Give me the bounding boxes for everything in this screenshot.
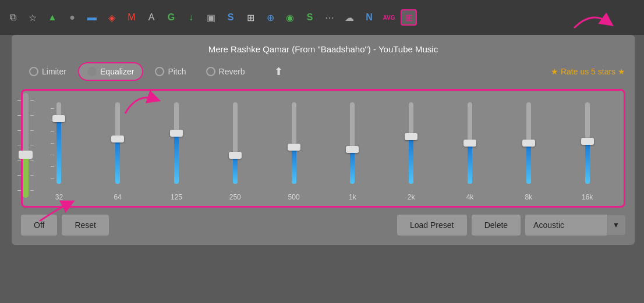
off-button[interactable]: Off xyxy=(21,215,57,236)
tab-pitch[interactable]: Pitch xyxy=(147,63,194,80)
slider-label-4k: 4k xyxy=(466,193,474,201)
slider-fill-64 xyxy=(115,139,120,184)
slider-thumb-64[interactable] xyxy=(111,136,124,142)
tab-reverb[interactable]: Reverb xyxy=(198,63,253,80)
dots-icon[interactable]: ⋯ xyxy=(321,9,338,26)
photo-icon[interactable]: ⊞ xyxy=(242,9,259,26)
s2-icon[interactable]: S xyxy=(302,9,318,26)
volume-thumb[interactable] xyxy=(19,151,33,159)
slider-track-16k xyxy=(585,102,590,184)
slider-track-250 xyxy=(233,102,238,184)
delete-button[interactable]: Delete xyxy=(472,215,521,236)
slider-col-125: 125 xyxy=(147,97,206,201)
tab-equalizer[interactable]: Equalizer xyxy=(78,62,143,81)
reset-button[interactable]: Reset xyxy=(62,215,109,236)
slider-track-container-4k xyxy=(468,97,472,190)
n-icon[interactable]: N xyxy=(361,9,377,26)
slider-track-32 xyxy=(56,102,61,184)
slider-fill-8k xyxy=(526,143,531,184)
mail-icon[interactable]: M xyxy=(123,9,140,26)
drive-icon[interactable]: ▲ xyxy=(44,9,61,26)
circle-icon[interactable]: ● xyxy=(64,9,80,26)
volume-slider-area xyxy=(17,93,34,198)
slider-track-container-2k xyxy=(409,97,413,190)
slider-col-500: 500 xyxy=(264,97,323,201)
slider-thumb-8k[interactable] xyxy=(522,140,535,147)
preset-dropdown: Acoustic ▼ xyxy=(525,215,625,236)
slider-fill-250 xyxy=(233,155,238,184)
slider-thumb-500[interactable] xyxy=(288,144,300,151)
tab-limiter[interactable]: Limiter xyxy=(21,63,75,80)
slider-track-4k xyxy=(468,102,472,184)
download-icon[interactable]: ↓ xyxy=(183,9,199,26)
slider-track-8k xyxy=(526,102,531,184)
browser-toolbar: ⧉ ☆ ▲ ● ▬ ◈ M A G ↓ ▣ S ⊞ ⊕ ◉ S ⋯ ☁ N AV… xyxy=(0,0,644,35)
slider-thumb-1k[interactable] xyxy=(346,146,359,153)
slider-track-container-250 xyxy=(233,97,238,190)
slider-track-1k xyxy=(350,102,355,184)
star-icon[interactable]: ☆ xyxy=(24,9,41,26)
slider-fill-125 xyxy=(174,133,179,184)
cursor-icon: ⬆ xyxy=(274,65,283,78)
arrow-to-grid-icon xyxy=(568,5,615,34)
eq-area: 32 64 125 xyxy=(21,89,625,208)
slider-label-125: 125 xyxy=(171,193,182,201)
slider-label-250: 250 xyxy=(229,193,241,201)
slider-thumb-125[interactable] xyxy=(170,130,183,137)
avg-icon[interactable]: AVG xyxy=(381,9,397,26)
slider-track-container-125 xyxy=(174,97,179,190)
load-preset-button[interactable]: Load Preset xyxy=(397,215,467,236)
slider-track-125 xyxy=(174,102,179,184)
s-icon[interactable]: S xyxy=(222,9,239,26)
slider-thumb-2k[interactable] xyxy=(405,133,417,140)
slider-label-1k: 1k xyxy=(349,193,356,201)
tab-reverb-label: Reverb xyxy=(219,67,245,76)
slider-col-2k: 2k xyxy=(382,97,441,201)
slider-track-container-64 xyxy=(115,97,120,190)
preset-select[interactable]: Acoustic xyxy=(525,215,607,236)
slider-fill-500 xyxy=(292,147,296,184)
slider-track-container-500 xyxy=(292,97,296,190)
slider-label-8k: 8k xyxy=(525,193,532,201)
tab-equalizer-label: Equalizer xyxy=(100,67,134,76)
grid-icon[interactable]: ⊞ xyxy=(401,9,417,26)
slider-col-250: 250 xyxy=(206,97,264,201)
tab-limiter-label: Limiter xyxy=(42,67,66,76)
tab-pitch-radio xyxy=(155,67,164,76)
slider-label-16k: 16k xyxy=(582,193,593,201)
volume-fill xyxy=(23,156,29,198)
external-link-icon[interactable]: ⧉ xyxy=(5,9,21,26)
slider-thumb-4k[interactable] xyxy=(463,140,476,147)
slider-fill-2k xyxy=(409,137,413,184)
cloud-icon[interactable]: ☁ xyxy=(341,9,358,26)
slider-col-32: 32 xyxy=(30,97,89,201)
pocket-icon[interactable]: ◈ xyxy=(104,9,120,26)
slider-thumb-250[interactable] xyxy=(229,152,242,159)
slider-col-16k: 16k xyxy=(558,97,617,201)
slider-thumb-16k[interactable] xyxy=(581,138,594,145)
tab-equalizer-radio xyxy=(87,67,97,76)
preset-arrow-icon[interactable]: ▼ xyxy=(607,215,625,235)
globe-icon[interactable]: ⊕ xyxy=(262,9,278,26)
monitor-icon[interactable]: ▣ xyxy=(203,9,219,26)
tab-limiter-radio xyxy=(29,67,38,76)
g-icon[interactable]: G xyxy=(163,9,179,26)
slider-track-500 xyxy=(292,102,296,184)
tabs-row: Limiter Equalizer Pitch Reverb ⬆ ★ Rate … xyxy=(21,62,625,81)
slider-col-1k: 1k xyxy=(323,97,382,201)
a-icon[interactable]: A xyxy=(143,9,160,26)
slider-thumb-32[interactable] xyxy=(52,115,65,122)
slider-col-4k: 4k xyxy=(441,97,500,201)
slider-label-500: 500 xyxy=(288,193,300,201)
slider-col-64: 64 xyxy=(89,97,147,201)
slider-track-container-1k xyxy=(350,97,355,190)
slider-label-2k: 2k xyxy=(408,193,415,201)
slider-track-container-32 xyxy=(56,97,61,190)
slider-track-container-8k xyxy=(526,97,531,190)
slider-col-8k: 8k xyxy=(499,97,558,201)
bottom-bar: Off Reset Load Preset Delete Acoustic ▼ xyxy=(21,215,625,236)
rate-us-text[interactable]: ★ Rate us 5 stars ★ xyxy=(551,67,625,76)
window-icon[interactable]: ▬ xyxy=(84,9,100,26)
song-title: Mere Rashke Qamar (From "Baadshaho") - Y… xyxy=(21,44,625,54)
map-icon[interactable]: ◉ xyxy=(282,9,298,26)
